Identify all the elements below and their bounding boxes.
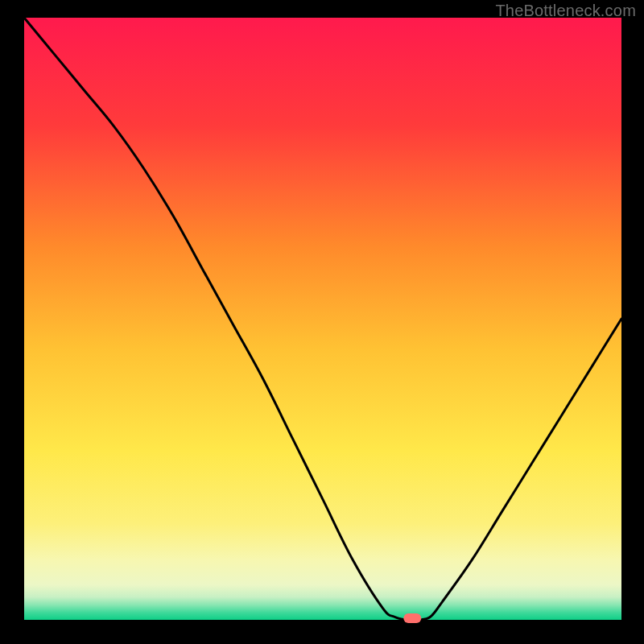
bottleneck-chart: TheBottleneck.com: [0, 0, 644, 644]
watermark-text: TheBottleneck.com: [495, 2, 636, 20]
chart-canvas: [0, 0, 644, 644]
plot-background: [24, 18, 621, 620]
optimum-marker: [403, 613, 421, 623]
